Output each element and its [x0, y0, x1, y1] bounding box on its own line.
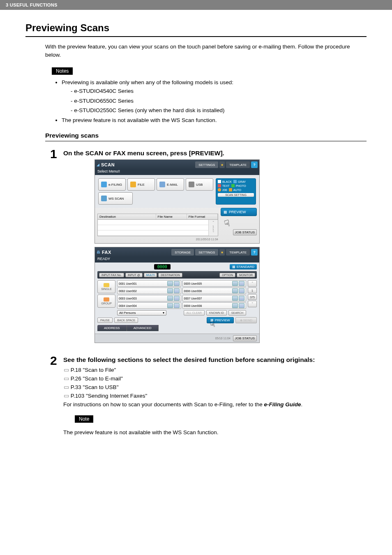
backspace-button[interactable]: BACK SPACE [114, 318, 138, 323]
wsscan-button[interactable]: WS SCAN [98, 192, 133, 205]
user-entry[interactable]: 0008 User008 [182, 302, 247, 309]
list-icon [167, 303, 173, 308]
page-down-button[interactable]: ˅ [248, 301, 257, 307]
notes-model-1: e-STUDIO4540C Series [71, 87, 367, 96]
list-icon [167, 296, 173, 301]
mail-icon [174, 281, 180, 286]
chevron-up-icon: ˄ [251, 281, 254, 286]
user-entry[interactable]: 0001 User001 [117, 280, 181, 287]
page-up-button[interactable]: ˄ [248, 280, 257, 287]
fax-icon: 🖷 [97, 250, 100, 254]
scan-jobstatus-button[interactable]: JOB STATUS [233, 229, 257, 235]
efiling-guide-ref: e-Filing Guide [264, 401, 301, 408]
star-icon: ★ [219, 161, 225, 168]
help-icon[interactable]: ? [251, 161, 258, 168]
preview-icon: ▦ [224, 210, 227, 214]
step-2-heading: See the following sections to select the… [63, 356, 367, 364]
user-entry[interactable]: 0002 User002 [117, 288, 181, 294]
send-icon: ◈ [240, 318, 243, 322]
fax-template-pill[interactable]: TEMPLATE [226, 249, 250, 256]
scan-settings-pill[interactable]: SETTINGS [195, 161, 218, 168]
scan-job-grid: Destination File Name File Format ˄11˅ [97, 214, 218, 236]
all-clear-button[interactable]: ALL CLEAR [184, 310, 205, 315]
destination-button[interactable]: DESTINATION [158, 273, 182, 277]
step-2-tail-c: . [301, 401, 302, 408]
user-grid: 0001 User0010005 User0050002 User0020006… [117, 280, 246, 309]
col-fileformat: File Format [187, 214, 218, 219]
fax-datetime: 05/10 11:04 [215, 337, 231, 340]
mail-icon [239, 303, 244, 308]
person-icon [104, 283, 109, 287]
email-button[interactable]: E-MAIL [157, 178, 184, 191]
star-icon: ★ [219, 249, 225, 256]
scan-setting-button[interactable]: SCAN SETTING [218, 193, 254, 197]
step-2: 2 See the following sections to select t… [50, 355, 367, 435]
scan-template-pill[interactable]: TEMPLATE [226, 161, 250, 168]
email-icon [159, 182, 165, 187]
ref-link-1[interactable]: P.18 "Scan to File" [71, 367, 116, 373]
help-icon[interactable]: ? [251, 249, 258, 256]
single-button[interactable]: SINGLE [97, 280, 115, 293]
option-button[interactable]: OPTION [219, 273, 235, 277]
intro-paragraph: With the preview feature, you can view y… [45, 43, 367, 60]
fax-jobstatus-button[interactable]: JOB STATUS [233, 335, 257, 341]
mail-icon [174, 288, 180, 293]
book-icon: ▭ [63, 383, 69, 392]
multi-button[interactable]: MULTI [144, 273, 157, 277]
file-button[interactable]: FILE [127, 178, 155, 191]
ref-link-2[interactable]: P.26 "Scan to E-mail" [71, 375, 123, 382]
fax-ready: READY [95, 257, 259, 263]
notes-list: Previewing is available only when any of… [62, 78, 367, 125]
efiling-icon [101, 182, 107, 187]
user-entry[interactable]: 0007 User007 [182, 295, 247, 302]
user-entry[interactable]: 0005 User005 [182, 280, 247, 287]
fax-counter: 0000 [154, 264, 171, 269]
fax-settings-pill[interactable]: SETTINGS [195, 249, 218, 256]
tab-advanced[interactable]: ADVANCED [127, 325, 159, 331]
step-1-heading: On the SCAN or FAX menu screen, press [P… [63, 150, 367, 157]
efiling-button[interactable]: e-FILING [98, 178, 126, 191]
list-icon [232, 296, 238, 301]
scan-datetime: 2011/05/10 11:04 [97, 238, 218, 241]
list-icon [232, 303, 238, 308]
note-text: The preview feature is not available wit… [63, 429, 367, 435]
ref-link-4[interactable]: P.103 "Sending Internet Faxes" [71, 393, 147, 399]
scan-preview-button[interactable]: ▦PREVIEW [221, 208, 257, 216]
step-2-number: 2 [50, 355, 63, 435]
input-fax-no-button[interactable]: INPUT FAX No. [99, 273, 124, 277]
input-at-button[interactable]: INPUT @ [125, 273, 143, 277]
usb-button[interactable]: USB [186, 178, 213, 191]
monitor-button[interactable]: MONITOR [237, 273, 255, 277]
pause-button[interactable]: PAUSE [97, 318, 113, 323]
wsscan-icon [101, 196, 107, 201]
file-icon [130, 182, 136, 187]
col-destination: Destination [98, 214, 156, 219]
fax-preview-button[interactable]: ▦ PREVIEW [207, 317, 233, 323]
all-persons-dropdown[interactable]: All Persons▾ [117, 310, 166, 315]
user-entry[interactable]: 0004 User004 [117, 302, 181, 309]
tab-address[interactable]: ADDRESS [97, 325, 127, 331]
scan-title: SCAN [101, 162, 194, 167]
people-icon [104, 297, 109, 302]
list-icon [232, 281, 238, 286]
list-icon [232, 288, 238, 293]
known-id-button[interactable]: KNOWN ID [206, 310, 227, 315]
fax-storage-pill[interactable]: STORAGE [171, 249, 194, 256]
user-entry[interactable]: 0003 User003 [117, 295, 181, 302]
col-filename: File Name [156, 214, 187, 219]
chevron-down-icon: ▾ [163, 311, 164, 315]
search-button[interactable]: SEARCH [228, 310, 246, 315]
page-content: Previewing Scans With the preview featur… [0, 22, 392, 449]
scroll-arrows[interactable]: ˄11˅ [208, 220, 218, 236]
notes-model-2: e-STUDIO6550C Series [71, 97, 367, 106]
user-entry[interactable]: 0006 User006 [182, 288, 247, 294]
send-button[interactable]: ◈ SEND [235, 317, 257, 323]
book-icon: ▭ [63, 392, 69, 401]
notes-bullet-1: Previewing is available only when any of… [62, 79, 233, 85]
group-button[interactable]: GROUP [97, 295, 115, 308]
step-1-number: 1 [50, 148, 63, 350]
notes-label: Notes [52, 67, 73, 75]
ref-link-3[interactable]: P.33 "Scan to USB" [71, 384, 119, 390]
page-total: 375 [248, 294, 257, 300]
standard-indicator: ▦STANDARD [230, 264, 257, 269]
